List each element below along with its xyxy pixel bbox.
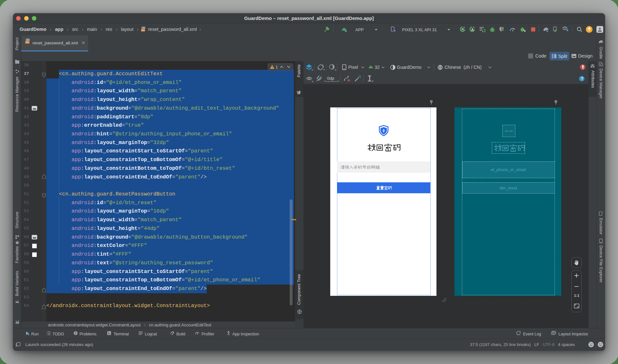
svg-text:<>: <> bbox=[26, 41, 29, 44]
svg-text:<>: <> bbox=[142, 29, 145, 32]
svg-text:A: A bbox=[471, 28, 473, 32]
